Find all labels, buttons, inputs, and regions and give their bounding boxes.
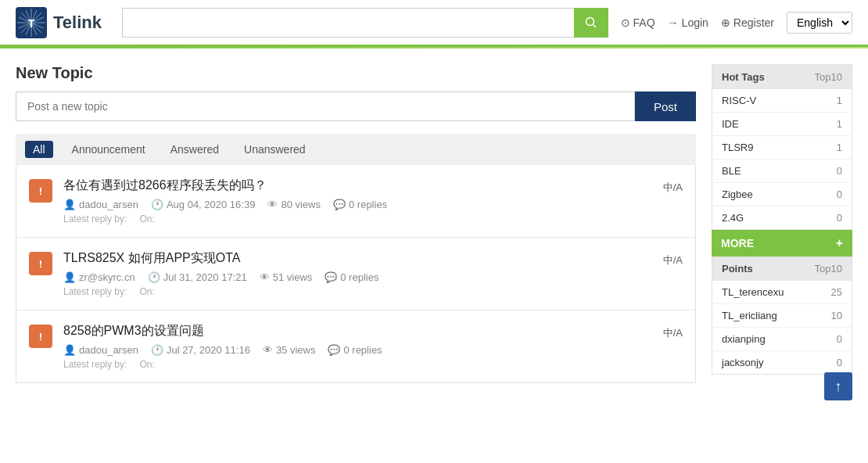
user-name[interactable]: jacksonjy <box>722 357 763 368</box>
clock-icon: 🕐 <box>148 271 160 283</box>
topic-date-1: 🕐 Aug 04, 2020 16:39 <box>151 199 256 210</box>
list-item: BLE 0 <box>712 160 852 183</box>
tab-all[interactable]: All <box>25 141 53 158</box>
list-item: Zigbee 0 <box>712 183 852 206</box>
topic-content-1: 各位有遇到过8266程序段丢失的吗？ 👤 dadou_arsen 🕐 Aug 0… <box>63 178 652 224</box>
topic-lang-badge-3: 中/A <box>663 323 683 340</box>
user-points: 10 <box>831 310 842 321</box>
points-label: Points <box>722 263 753 275</box>
topic-replies-1: 💬 0 replies <box>333 199 387 210</box>
logo-text: Telink <box>53 13 102 33</box>
svg-point-18 <box>586 17 594 25</box>
topic-latest-2: Latest reply by: On: <box>63 286 652 297</box>
sidebar: Hot Tags Top10 RISC-V 1 IDE 1 TLSR9 1 BL… <box>712 64 852 383</box>
topic-date-3: 🕐 Jul 27, 2020 11:16 <box>151 344 250 356</box>
main-container: New Topic Post All Announcement Answered… <box>0 48 868 399</box>
hot-tags-top10: Top10 <box>815 71 842 83</box>
tag-count: 1 <box>837 118 842 130</box>
list-item: TLSR9 1 <box>712 136 852 160</box>
list-item: RISC-V 1 <box>712 89 852 113</box>
hot-tags-label: Hot Tags <box>722 71 765 83</box>
tag-name[interactable]: IDE <box>722 118 739 130</box>
tag-name[interactable]: TLSR9 <box>722 142 753 153</box>
list-item: jacksonjy 0 <box>712 351 852 374</box>
tag-name[interactable]: 2.4G <box>722 212 744 224</box>
post-button[interactable]: Post <box>635 92 696 121</box>
topic-meta-1: 👤 dadou_arsen 🕐 Aug 04, 2020 16:39 👁 80 … <box>63 199 652 210</box>
list-item: TL_terencexu 25 <box>712 281 852 304</box>
topic-latest-3: Latest reply by: On: <box>63 359 652 370</box>
user-points: 25 <box>831 286 842 298</box>
faq-link[interactable]: ⊙ FAQ <box>621 16 655 29</box>
tag-name[interactable]: BLE <box>722 165 741 177</box>
topic-content-2: TLRS825X 如何用APP实现OTA 👤 zr@skyrc.cn 🕐 Jul… <box>63 250 652 297</box>
topic-date-2: 🕐 Jul 31, 2020 17:21 <box>148 271 247 283</box>
topic-badge-1: ! <box>29 179 52 203</box>
search-button[interactable] <box>574 8 608 38</box>
list-item: dxianping 0 <box>712 328 852 351</box>
latest-reply-label-2: Latest reply by: <box>63 286 127 297</box>
more-label: MORE <box>721 237 754 249</box>
topic-views-3: 👁 35 views <box>263 344 316 356</box>
points-header: Points Top10 <box>712 257 852 281</box>
tab-unanswered[interactable]: Unanswered <box>238 140 312 159</box>
logo-icon: T <box>16 7 47 38</box>
faq-icon: ⊙ <box>621 16 630 29</box>
topics-list: ! 各位有遇到过8266程序段丢失的吗？ 👤 dadou_arsen 🕐 Aug… <box>16 165 696 383</box>
topic-replies-2: 💬 0 replies <box>325 271 378 283</box>
topic-meta-2: 👤 zr@skyrc.cn 🕐 Jul 31, 2020 17:21 👁 51 … <box>63 271 652 283</box>
comment-icon: 💬 <box>333 199 346 210</box>
tag-name[interactable]: Zigbee <box>722 188 753 200</box>
topic-replies-3: 💬 0 replies <box>328 344 382 356</box>
user-name[interactable]: dxianping <box>722 333 766 345</box>
tab-announcement[interactable]: Announcement <box>66 140 152 159</box>
comment-icon: 💬 <box>325 271 337 283</box>
topic-title-2[interactable]: TLRS825X 如何用APP实现OTA <box>63 250 652 267</box>
more-button[interactable]: MORE + <box>712 230 852 257</box>
topic-author-1: 👤 dadou_arsen <box>63 199 138 210</box>
user-name[interactable]: TL_terencexu <box>722 286 784 298</box>
login-icon: → <box>668 16 679 29</box>
plus-icon: + <box>836 236 843 250</box>
tag-count: 1 <box>837 142 842 153</box>
filter-tabs: All Announcement Answered Unanswered <box>16 134 696 165</box>
tag-count: 0 <box>837 212 842 224</box>
language-selector[interactable]: English 中文 <box>787 12 852 34</box>
tab-answered[interactable]: Answered <box>164 140 225 159</box>
topic-author-3: 👤 dadou_arsen <box>63 344 138 356</box>
table-row: ! TLRS825X 如何用APP实现OTA 👤 zr@skyrc.cn 🕐 J… <box>16 238 695 310</box>
nav-links: ⊙ FAQ → Login ⊕ Register English 中文 <box>621 12 852 34</box>
eye-icon: 👁 <box>260 271 270 283</box>
table-row: ! 各位有遇到过8266程序段丢失的吗？ 👤 dadou_arsen 🕐 Aug… <box>16 165 695 238</box>
user-name[interactable]: TL_ericliang <box>722 310 777 321</box>
user-icon: 👤 <box>63 344 76 356</box>
hot-tags-header: Hot Tags Top10 <box>712 65 852 89</box>
latest-reply-label-1: Latest reply by: <box>63 214 127 224</box>
list-item: IDE 1 <box>712 113 852 136</box>
topic-lang-badge-1: 中/A <box>663 178 683 195</box>
topic-badge-2: ! <box>29 252 52 275</box>
tag-count: 0 <box>837 188 842 200</box>
list-item: TL_ericliang 10 <box>712 304 852 328</box>
svg-line-19 <box>593 24 596 27</box>
topic-views-1: 👁 80 views <box>267 199 321 210</box>
table-row: ! 8258的PWM3的设置问题 👤 dadou_arsen 🕐 Jul 27,… <box>16 310 695 382</box>
content-area: New Topic Post All Announcement Answered… <box>16 64 696 383</box>
search-icon <box>585 16 597 29</box>
search-input[interactable] <box>122 8 574 38</box>
logo-link[interactable]: T Telink <box>16 7 109 38</box>
topic-title-3[interactable]: 8258的PWM3的设置问题 <box>63 323 652 339</box>
eye-icon: 👁 <box>263 344 273 356</box>
topic-content-3: 8258的PWM3的设置问题 👤 dadou_arsen 🕐 Jul 27, 2… <box>63 323 652 370</box>
tag-count: 0 <box>837 165 842 177</box>
register-link[interactable]: ⊕ Register <box>721 16 774 29</box>
login-link[interactable]: → Login <box>668 16 708 29</box>
topic-title-1[interactable]: 各位有遇到过8266程序段丢失的吗？ <box>63 178 652 194</box>
tag-count: 1 <box>837 95 842 106</box>
tag-name[interactable]: RISC-V <box>722 95 756 106</box>
scroll-to-top-button[interactable]: ↑ <box>824 372 852 399</box>
topic-author-2: 👤 zr@skyrc.cn <box>63 271 135 283</box>
topic-latest-1: Latest reply by: On: <box>63 214 652 224</box>
new-topic-input[interactable] <box>16 92 635 121</box>
latest-on-label-1: On: <box>139 214 154 224</box>
